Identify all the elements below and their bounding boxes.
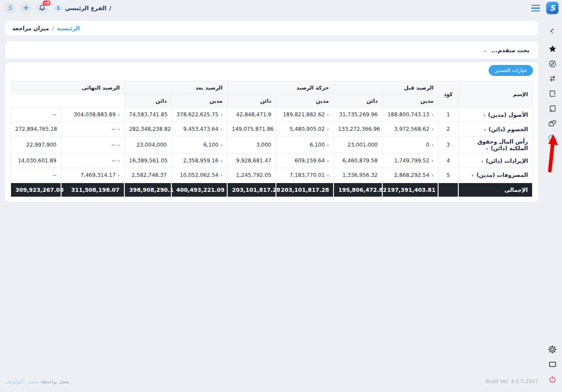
drill-chevron-icon: › — [431, 173, 433, 178]
sidebar-item-documents[interactable] — [544, 87, 560, 100]
after-debit-cell[interactable]: 378,622,625.75› — [171, 108, 227, 122]
drill-chevron-icon: › — [327, 142, 329, 148]
final-debit-cell[interactable]: --› — [61, 137, 124, 154]
notifications-button[interactable]: +9 — [36, 2, 48, 14]
export-options-button[interactable]: خيارات التصدير — [489, 65, 533, 76]
final-credit-cell: 272,894,765.18 — [11, 122, 61, 137]
movement-credit-cell: 149,075,871.86 — [227, 122, 276, 137]
header-balance-movement: حركة الرصيد — [227, 81, 334, 94]
movement-debit-cell[interactable]: 6,100› — [276, 137, 334, 154]
movement-debit-cell[interactable]: 189,821,882.62› — [276, 108, 334, 122]
app-logo-circle-button[interactable]: S — [4, 2, 16, 14]
table-row: الأصول (مدين)‹ 1 188,800,743.13› 31,735,… — [11, 108, 533, 122]
movement-debit-cell[interactable]: 5,480,905.02› — [276, 122, 334, 137]
before-debit-cell[interactable]: 3,972,568.62› — [382, 122, 438, 137]
sidebar-item-new-entry[interactable] — [544, 102, 560, 115]
expand-chevron-icon: ‹ — [483, 112, 486, 118]
drill-chevron-icon: › — [221, 112, 222, 118]
account-name-cell[interactable]: الأصول (مدين)‹ — [458, 108, 533, 122]
final-debit-cell[interactable]: --› — [61, 122, 124, 137]
totals-movement-debit: 203,101,817.28 — [276, 183, 334, 197]
after-debit-cell[interactable]: 10,052,062.54› — [171, 168, 227, 183]
before-credit-cell: 6,460,879.58 — [334, 154, 382, 168]
after-debit-cell[interactable]: 2,358,959.16› — [171, 154, 227, 168]
before-debit-cell[interactable]: 1,749,799.52› — [382, 154, 438, 168]
after-credit-cell: 2,582,748.37 — [124, 168, 171, 183]
branch-label: الفرع الرئيسي — [65, 5, 106, 11]
after-debit-cell[interactable]: 9,453,473.64› — [171, 122, 227, 137]
drill-chevron-icon: › — [118, 173, 120, 178]
gear-icon — [548, 345, 557, 354]
header-balance-final: الرصيد النهائى — [11, 81, 124, 94]
before-credit-cell: 23,001,000 — [334, 137, 382, 154]
movement-credit-cell: 3,000 — [227, 137, 276, 154]
sidebar-item-purchases-history[interactable] — [544, 117, 560, 130]
vendor-link[interactable]: سبيدر تكنولوجى — [5, 378, 39, 385]
subheader-credit: دائن — [334, 94, 382, 108]
subheader-credit: دائن — [124, 94, 171, 108]
branch-selector[interactable]: 1 الفرع الرئيسي / — [54, 5, 111, 11]
sidebar-collapse-button[interactable] — [544, 25, 560, 38]
subheader-debit: مدين — [382, 94, 438, 108]
account-code-cell: 3 — [438, 137, 458, 154]
drill-chevron-icon: › — [118, 142, 120, 148]
table-row: رأس المال وحقوق الملكية (دائن)‹ 3 0› 23,… — [11, 137, 533, 154]
before-debit-cell[interactable]: 188,800,743.13› — [382, 108, 438, 122]
final-debit-cell[interactable]: --› — [61, 154, 124, 168]
expand-chevron-icon: ‹ — [484, 127, 486, 133]
sidebar-item-screen[interactable] — [544, 358, 560, 371]
drill-chevron-icon: › — [327, 112, 329, 118]
footer: يعمل بواسطة سبيدر تكنولوجى Build Ver. 4.… — [5, 376, 538, 387]
expand-chevron-icon: ‹ — [481, 158, 483, 164]
table-row: الخصوم (دائن)‹ 2 3,972,568.62› 133,272,3… — [11, 122, 533, 137]
account-name-cell[interactable]: المصروفات (مدين)‹ — [458, 168, 533, 183]
drill-chevron-icon: › — [221, 126, 222, 132]
account-code-cell: 5 — [438, 168, 458, 183]
build-version: Build Ver. 4.0.0.2947 — [486, 378, 538, 385]
drill-chevron-icon: › — [431, 126, 433, 132]
final-debit-cell[interactable]: 7,469,314.17› — [61, 168, 124, 183]
after-debit-cell[interactable]: 6,100› — [171, 137, 227, 154]
subheader-debit: مدين — [171, 94, 227, 108]
before-debit-cell[interactable]: 0› — [382, 137, 438, 154]
totals-after-credit: 398,908,290.1 — [124, 183, 171, 197]
final-debit-cell[interactable]: 304,038,883.89› — [61, 108, 124, 122]
totals-before-credit: 195,806,472.82 — [334, 183, 382, 197]
sidebar-item-favorites[interactable] — [544, 42, 560, 55]
subheader-credit: دائن — [227, 94, 276, 108]
logo-letter: S — [7, 4, 12, 12]
totals-before-debit: 197,391,403.81 — [382, 183, 438, 197]
account-code-cell: 2 — [438, 122, 458, 137]
powered-by: يعمل بواسطة سبيدر تكنولوجى — [5, 378, 69, 385]
branch-count-badge: 1 — [54, 5, 62, 11]
final-credit-cell: -- — [11, 168, 61, 183]
totals-code-cell — [438, 183, 458, 197]
sidebar-item-settings[interactable] — [544, 343, 560, 356]
movement-debit-cell[interactable]: 7,183,770.01› — [276, 168, 334, 183]
before-debit-cell[interactable]: 2,868,292.54› — [382, 168, 438, 183]
sidebar-item-explore[interactable] — [544, 57, 560, 70]
before-credit-cell: 1,336,956.32 — [334, 168, 382, 183]
movement-credit-cell: 1,245,792.05 — [227, 168, 276, 183]
totals-final-debit: 311,508,198.07 — [61, 183, 124, 197]
breadcrumb-home-link[interactable]: الرئيسية — [57, 25, 80, 32]
note-add-icon — [548, 104, 557, 113]
power-icon — [548, 375, 557, 384]
account-name-cell[interactable]: الإيرادات (دائن)‹ — [458, 154, 533, 168]
account-name-cell[interactable]: الخصوم (دائن)‹ — [458, 122, 533, 137]
movement-debit-cell[interactable]: 609,159.64› — [276, 154, 334, 168]
expand-chevron-icon: ‹ — [486, 146, 488, 151]
quick-add-button[interactable]: + — [20, 2, 32, 14]
advanced-search-toggle[interactable]: بحث متقدم... ⌄ — [5, 41, 538, 59]
breadcrumb: الرئيسية / ميزان مراجعة — [5, 21, 538, 36]
sidebar-item-reports-active[interactable] — [544, 132, 560, 145]
menu-toggle-button[interactable] — [531, 4, 540, 11]
drill-chevron-icon: › — [221, 142, 222, 148]
logout-button[interactable] — [544, 373, 560, 386]
table-row: الإيرادات (دائن)‹ 4 1,749,799.52› 6,460,… — [11, 154, 533, 168]
account-name-cell[interactable]: رأس المال وحقوق الملكية (دائن)‹ — [458, 137, 533, 154]
plus-icon: + — [22, 4, 29, 12]
sidebar-item-transfers[interactable] — [544, 72, 560, 85]
brand-logo[interactable]: S — [546, 2, 558, 14]
hamburger-icon — [531, 5, 540, 6]
